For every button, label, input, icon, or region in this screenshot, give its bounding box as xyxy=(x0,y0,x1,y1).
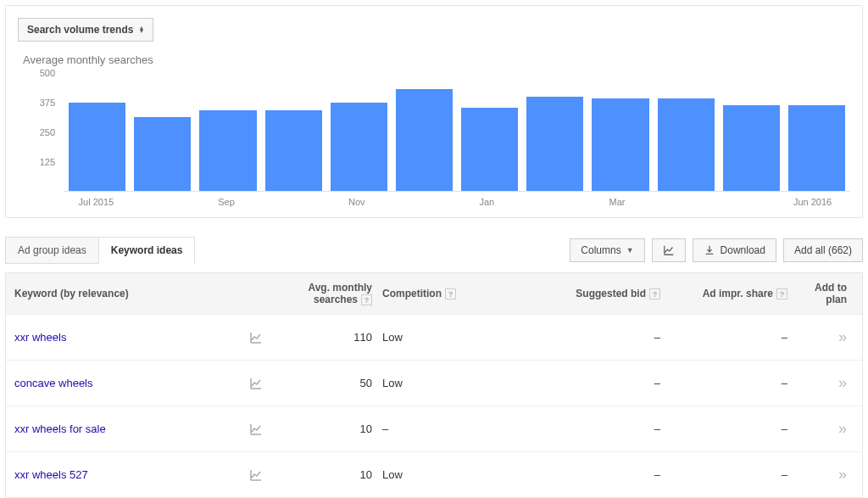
help-icon[interactable]: ? xyxy=(776,288,787,299)
y-tick: 125 xyxy=(40,157,55,167)
x-tick: Nov xyxy=(324,197,389,209)
header-competition[interactable]: Competition? xyxy=(379,288,498,299)
table-row: concave wheels50Low––» xyxy=(6,361,862,406)
y-axis: 500375250125 xyxy=(18,73,58,192)
chart-area: 500375250125 xyxy=(18,73,850,192)
chart-toggle-button[interactable] xyxy=(652,238,686,262)
cell-impr: – xyxy=(667,331,794,344)
chart-bar[interactable] xyxy=(396,89,453,191)
chart-bar[interactable] xyxy=(331,103,387,191)
add-all-button[interactable]: Add all (662) xyxy=(783,238,863,262)
cell-searches: 110 xyxy=(269,331,379,344)
cell-competition: – xyxy=(379,422,498,435)
x-tick xyxy=(715,197,780,209)
x-tick xyxy=(520,197,585,209)
cell-bid: – xyxy=(498,377,667,389)
chart-bar[interactable] xyxy=(461,108,518,191)
cell-bid: – xyxy=(498,422,667,435)
chart-bar[interactable] xyxy=(592,98,648,191)
cell-searches: 10 xyxy=(269,468,379,481)
x-tick: Sep xyxy=(194,197,259,209)
x-tick xyxy=(389,197,454,209)
cell-bid: – xyxy=(498,331,667,344)
cell-keyword[interactable]: xxr wheels for sale xyxy=(6,422,243,435)
volume-trends-dropdown[interactable]: Search volume trends ▲▼ xyxy=(18,18,153,42)
header-searches[interactable]: Avg. monthly searches? xyxy=(269,282,379,305)
cell-impr: – xyxy=(667,377,794,389)
row-chart-icon[interactable] xyxy=(243,377,269,390)
chart-bar[interactable] xyxy=(199,110,256,191)
y-tick: 375 xyxy=(40,98,55,108)
cell-impr: – xyxy=(667,468,794,481)
table-row: xxr wheels for sale10–––» xyxy=(6,406,862,452)
add-to-plan-button[interactable]: » xyxy=(794,466,862,484)
cell-keyword[interactable]: xxr wheels xyxy=(6,331,243,344)
y-tick: 500 xyxy=(40,68,55,78)
dropdown-label: Search volume trends xyxy=(27,24,133,36)
keyword-table: Keyword (by relevance) Avg. monthly sear… xyxy=(5,272,863,498)
download-button[interactable]: Download xyxy=(693,238,776,262)
caret-down-icon: ▼ xyxy=(626,246,634,255)
y-tick: 250 xyxy=(40,127,55,137)
table-row: xxr wheels 52710Low––» xyxy=(6,452,862,498)
cell-keyword[interactable]: concave wheels xyxy=(6,377,243,389)
header-keyword[interactable]: Keyword (by relevance) xyxy=(6,288,243,299)
cell-bid: – xyxy=(498,468,667,481)
columns-button[interactable]: Columns ▼ xyxy=(570,238,644,262)
chart-subtitle: Average monthly searches xyxy=(23,53,850,66)
sort-icon: ▲▼ xyxy=(138,26,144,33)
cell-competition: Low xyxy=(379,468,498,481)
columns-label: Columns xyxy=(581,244,620,256)
x-tick xyxy=(259,197,324,209)
chart-bar[interactable] xyxy=(69,103,125,191)
chart-icon xyxy=(663,244,675,256)
cell-competition: Low xyxy=(379,331,498,344)
chart-bar[interactable] xyxy=(788,105,845,191)
chart-bar[interactable] xyxy=(265,110,322,191)
header-impr[interactable]: Ad impr. share? xyxy=(667,288,794,299)
x-axis: Jul 2015SepNovJanMarJun 2016 xyxy=(18,197,850,209)
chart-bar[interactable] xyxy=(723,105,780,191)
cell-searches: 10 xyxy=(269,422,379,435)
chart-bar[interactable] xyxy=(658,98,715,191)
tabs: Ad group ideas Keyword ideas xyxy=(5,237,195,264)
table-header: Keyword (by relevance) Avg. monthly sear… xyxy=(6,273,862,315)
add-to-plan-button[interactable]: » xyxy=(794,328,862,346)
x-tick: Mar xyxy=(585,197,650,209)
tab-keyword-ideas[interactable]: Keyword ideas xyxy=(98,237,196,264)
toolbar-row: Ad group ideas Keyword ideas Columns ▼ D… xyxy=(5,237,863,264)
help-icon[interactable]: ? xyxy=(445,288,456,299)
row-chart-icon[interactable] xyxy=(243,468,269,482)
x-tick: Jan xyxy=(454,197,520,209)
download-icon xyxy=(704,244,715,256)
header-bid[interactable]: Suggested bid? xyxy=(498,288,667,299)
cell-competition: Low xyxy=(379,377,498,389)
download-label: Download xyxy=(721,244,765,256)
chart-bar[interactable] xyxy=(526,97,583,191)
add-to-plan-button[interactable]: » xyxy=(794,374,862,392)
row-chart-icon[interactable] xyxy=(243,422,269,436)
add-to-plan-button[interactable]: » xyxy=(794,420,862,438)
header-add: Add to plan xyxy=(794,282,862,305)
chart-plot xyxy=(64,73,850,192)
x-tick: Jul 2015 xyxy=(64,197,129,209)
table-row: xxr wheels110Low––» xyxy=(6,315,862,361)
cell-searches: 50 xyxy=(269,377,379,389)
tab-ad-group-ideas[interactable]: Ad group ideas xyxy=(5,237,98,264)
help-icon[interactable]: ? xyxy=(649,288,660,299)
cell-keyword[interactable]: xxr wheels 527 xyxy=(6,468,243,481)
chart-bar[interactable] xyxy=(134,117,191,191)
chart-card: Search volume trends ▲▼ Average monthly … xyxy=(5,5,863,218)
row-chart-icon[interactable] xyxy=(243,331,269,344)
help-icon[interactable]: ? xyxy=(361,294,372,305)
x-tick xyxy=(129,197,194,209)
x-tick xyxy=(649,197,715,209)
cell-impr: – xyxy=(667,422,794,435)
x-tick: Jun 2016 xyxy=(780,197,845,209)
